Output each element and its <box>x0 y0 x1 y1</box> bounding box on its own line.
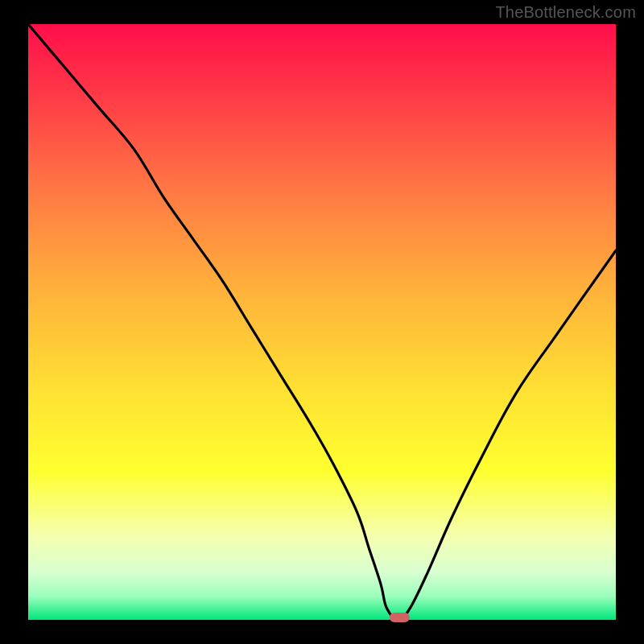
optimum-marker <box>390 613 410 622</box>
chart-svg <box>0 0 644 644</box>
attribution-label: TheBottleneck.com <box>495 3 636 22</box>
bottleneck-chart: TheBottleneck.com <box>0 0 644 644</box>
plot-gradient-area <box>28 24 616 620</box>
